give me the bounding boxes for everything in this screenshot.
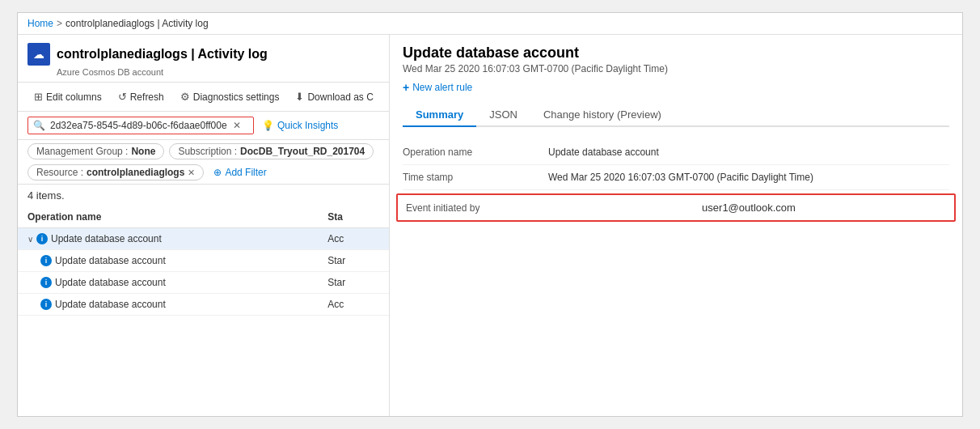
info-icon: i [40, 277, 52, 288]
info-icon: i [40, 255, 52, 266]
tab-summary[interactable]: Summary [403, 104, 476, 127]
breadcrumb-current: controlplanediaglogs | Activity log [65, 18, 209, 29]
resource-name: controlplanediaglogs | Activity log [57, 47, 268, 62]
detail-row-event-initiated: Event initiated by user1@outlook.com [396, 193, 956, 222]
detail-fields: Operation name Update database account T… [403, 140, 949, 222]
tab-json[interactable]: JSON [476, 104, 530, 127]
breadcrumb: Home > controlplanediaglogs | Activity l… [18, 13, 962, 35]
right-panel: Update database account Wed Mar 25 2020 … [390, 35, 962, 416]
refresh-button[interactable]: ↺ Refresh [112, 87, 171, 106]
search-clear-icon[interactable]: ✕ [233, 120, 241, 131]
add-filter-icon: ⊕ [213, 167, 222, 178]
search-input[interactable] [50, 120, 228, 131]
breadcrumb-home[interactable]: Home [27, 18, 53, 29]
diagnostics-button[interactable]: ⚙ Diagnostics settings [174, 87, 286, 106]
cosmos-icon: ☁ [27, 43, 50, 66]
filters-row: Management Group : None Subscription : D… [18, 140, 389, 185]
remove-resource-filter-icon[interactable]: ✕ [188, 168, 195, 178]
bulb-icon: 💡 [262, 120, 274, 131]
filter-chip-resource: Resource : controlplanediaglogs ✕ [27, 164, 204, 181]
filter-chip-subscription: Subscription : DocDB_Tryout_RD_201704 [169, 143, 374, 159]
columns-icon: ⊞ [34, 91, 43, 103]
filter-chip-management: Management Group : None [27, 143, 164, 159]
new-alert-rule-button[interactable]: + New alert rule [403, 81, 949, 94]
table-row[interactable]: ∨ i Update database account Acc [18, 228, 389, 250]
tab-change-history[interactable]: Change history (Preview) [530, 104, 674, 127]
chevron-down-icon: ∨ [27, 235, 33, 244]
download-icon: ⬇ [295, 91, 304, 103]
detail-title: Update database account [403, 45, 949, 62]
download-button[interactable]: ⬇ Download as C [289, 87, 379, 106]
info-icon: i [36, 233, 48, 244]
add-filter-button[interactable]: ⊕ Add Filter [209, 165, 271, 180]
detail-row-operation: Operation name Update database account [403, 140, 949, 165]
diagnostics-icon: ⚙ [180, 91, 190, 103]
breadcrumb-separator: > [57, 18, 62, 29]
items-count: 4 items. [18, 185, 389, 206]
search-box: 🔍 ✕ [27, 117, 254, 134]
table-row[interactable]: i Update database account Star [18, 272, 389, 294]
data-table: Operation name Sta ∨ i Update da [18, 206, 389, 416]
left-panel: ☁ controlplanediaglogs | Activity log Az… [18, 35, 390, 416]
table-row[interactable]: i Update database account Star [18, 250, 389, 272]
edit-columns-button[interactable]: ⊞ Edit columns [27, 87, 108, 106]
search-row: 🔍 ✕ 💡 Quick Insights [18, 112, 389, 140]
toolbar: ⊞ Edit columns ↺ Refresh ⚙ Diagnostics s… [18, 83, 389, 112]
resource-type: Azure Cosmos DB account [57, 67, 379, 77]
refresh-icon: ↺ [118, 91, 127, 103]
plus-icon: + [403, 81, 409, 94]
info-icon: i [40, 299, 52, 310]
table-row[interactable]: i Update database account Acc [18, 294, 389, 316]
detail-row-timestamp: Time stamp Wed Mar 25 2020 16:07:03 GMT-… [403, 165, 949, 190]
search-icon: 🔍 [33, 120, 45, 131]
resource-header: ☁ controlplanediaglogs | Activity log Az… [18, 35, 389, 83]
detail-tabs: Summary JSON Change history (Preview) [403, 104, 949, 127]
quick-insights-button[interactable]: 💡 Quick Insights [262, 120, 338, 131]
detail-timestamp: Wed Mar 25 2020 16:07:03 GMT-0700 (Pacif… [403, 63, 949, 74]
col-status: Sta [318, 206, 389, 228]
col-operation-name: Operation name [18, 206, 318, 228]
